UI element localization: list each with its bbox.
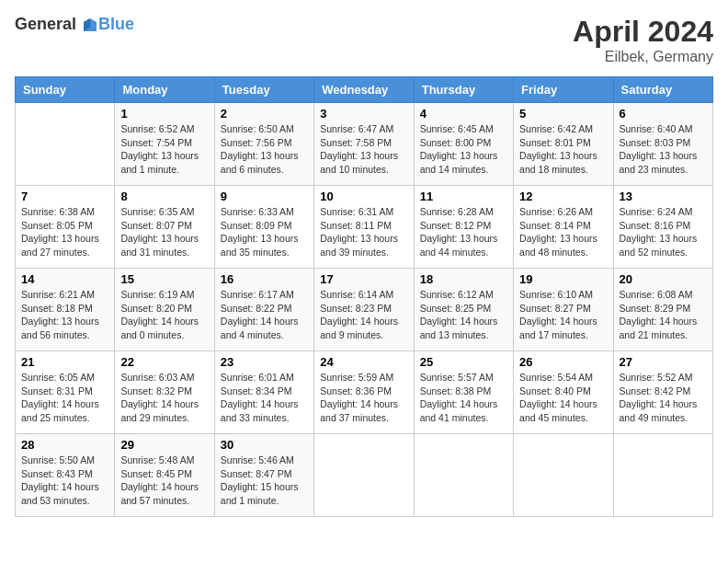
- week-row-2: 14Sunrise: 6:21 AMSunset: 8:18 PMDayligh…: [16, 269, 713, 351]
- calendar-cell: 5Sunrise: 6:42 AMSunset: 8:01 PMDaylight…: [514, 103, 613, 186]
- month-title: April 2024: [573, 15, 713, 49]
- day-number: 30: [221, 438, 308, 452]
- day-number: 28: [21, 438, 108, 452]
- day-number: 6: [620, 107, 707, 121]
- day-number: 17: [320, 272, 407, 286]
- calendar-cell: 4Sunrise: 6:45 AMSunset: 8:00 PMDaylight…: [414, 103, 513, 186]
- day-number: 29: [120, 438, 208, 452]
- day-number: 10: [320, 190, 407, 203]
- day-info: Sunrise: 6:52 AMSunset: 7:54 PMDaylight:…: [120, 122, 208, 177]
- day-info: Sunrise: 5:50 AMSunset: 8:43 PMDaylight:…: [21, 454, 108, 508]
- day-number: 1: [120, 107, 208, 121]
- day-info: Sunrise: 6:50 AMSunset: 7:56 PMDaylight:…: [221, 122, 308, 177]
- col-wednesday: Wednesday: [314, 77, 414, 103]
- calendar-cell: 19Sunrise: 6:10 AMSunset: 8:27 PMDayligh…: [514, 269, 613, 351]
- calendar-cell: [514, 434, 613, 517]
- calendar-cell: 7Sunrise: 6:38 AMSunset: 8:05 PMDaylight…: [16, 186, 115, 269]
- page-header: General Blue April 2024 Eilbek, Germany: [15, 15, 713, 65]
- calendar-cell: [613, 434, 712, 517]
- day-info: Sunrise: 6:42 AMSunset: 8:01 PMDaylight:…: [519, 122, 607, 177]
- day-info: Sunrise: 5:57 AMSunset: 8:38 PMDaylight:…: [420, 371, 507, 425]
- calendar-table: Sunday Monday Tuesday Wednesday Thursday…: [15, 76, 713, 517]
- day-info: Sunrise: 6:24 AMSunset: 8:16 PMDaylight:…: [620, 205, 707, 259]
- day-info: Sunrise: 5:54 AMSunset: 8:40 PMDaylight:…: [519, 371, 607, 425]
- day-number: 4: [420, 107, 507, 121]
- logo-icon: [78, 15, 98, 35]
- day-info: Sunrise: 6:08 AMSunset: 8:29 PMDaylight:…: [620, 288, 707, 342]
- day-info: Sunrise: 5:52 AMSunset: 8:42 PMDaylight:…: [620, 371, 707, 425]
- day-number: 15: [120, 272, 208, 286]
- logo: General Blue: [15, 15, 134, 35]
- calendar-cell: 2Sunrise: 6:50 AMSunset: 7:56 PMDaylight…: [214, 103, 313, 186]
- day-info: Sunrise: 6:05 AMSunset: 8:31 PMDaylight:…: [21, 371, 108, 425]
- day-number: 23: [221, 355, 308, 369]
- logo-text-line2: Blue: [98, 15, 134, 33]
- calendar-body: 1Sunrise: 6:52 AMSunset: 7:54 PMDaylight…: [16, 103, 713, 517]
- col-monday: Monday: [115, 77, 214, 103]
- calendar-cell: 14Sunrise: 6:21 AMSunset: 8:18 PMDayligh…: [16, 269, 115, 351]
- day-number: 14: [21, 272, 108, 286]
- day-number: 22: [120, 355, 208, 369]
- day-number: 16: [221, 272, 308, 286]
- day-number: 27: [620, 355, 707, 369]
- calendar-cell: 24Sunrise: 5:59 AMSunset: 8:36 PMDayligh…: [314, 351, 414, 434]
- day-info: Sunrise: 6:47 AMSunset: 7:58 PMDaylight:…: [320, 122, 407, 177]
- calendar-cell: 22Sunrise: 6:03 AMSunset: 8:32 PMDayligh…: [115, 351, 214, 434]
- calendar-cell: 28Sunrise: 5:50 AMSunset: 8:43 PMDayligh…: [16, 434, 115, 517]
- day-info: Sunrise: 6:33 AMSunset: 8:09 PMDaylight:…: [221, 205, 308, 259]
- calendar-cell: [314, 434, 414, 517]
- day-info: Sunrise: 6:10 AMSunset: 8:27 PMDaylight:…: [519, 288, 607, 342]
- calendar-cell: 12Sunrise: 6:26 AMSunset: 8:14 PMDayligh…: [514, 186, 613, 269]
- calendar-cell: 3Sunrise: 6:47 AMSunset: 7:58 PMDaylight…: [314, 103, 414, 186]
- calendar-cell: 10Sunrise: 6:31 AMSunset: 8:11 PMDayligh…: [314, 186, 414, 269]
- logo-text-line1: General: [15, 15, 76, 33]
- title-block: April 2024 Eilbek, Germany: [573, 15, 713, 65]
- calendar-cell: 21Sunrise: 6:05 AMSunset: 8:31 PMDayligh…: [16, 351, 115, 434]
- day-info: Sunrise: 6:19 AMSunset: 8:20 PMDaylight:…: [120, 288, 208, 342]
- day-info: Sunrise: 5:48 AMSunset: 8:45 PMDaylight:…: [120, 454, 208, 508]
- week-row-3: 21Sunrise: 6:05 AMSunset: 8:31 PMDayligh…: [16, 351, 713, 434]
- calendar-cell: 8Sunrise: 6:35 AMSunset: 8:07 PMDaylight…: [115, 186, 214, 269]
- day-info: Sunrise: 6:17 AMSunset: 8:22 PMDaylight:…: [221, 288, 308, 342]
- col-sunday: Sunday: [16, 77, 115, 103]
- day-number: 21: [21, 355, 108, 369]
- calendar-cell: 15Sunrise: 6:19 AMSunset: 8:20 PMDayligh…: [115, 269, 214, 351]
- col-friday: Friday: [514, 77, 613, 103]
- day-number: 7: [21, 190, 108, 203]
- day-number: 8: [120, 190, 208, 203]
- calendar-cell: 1Sunrise: 6:52 AMSunset: 7:54 PMDaylight…: [115, 103, 214, 186]
- day-number: 18: [420, 272, 507, 286]
- calendar-cell: 25Sunrise: 5:57 AMSunset: 8:38 PMDayligh…: [414, 351, 513, 434]
- calendar-cell: 17Sunrise: 6:14 AMSunset: 8:23 PMDayligh…: [314, 269, 414, 351]
- day-info: Sunrise: 6:28 AMSunset: 8:12 PMDaylight:…: [420, 205, 507, 259]
- day-number: 13: [620, 190, 707, 203]
- col-tuesday: Tuesday: [214, 77, 313, 103]
- calendar-cell: 30Sunrise: 5:46 AMSunset: 8:47 PMDayligh…: [214, 434, 313, 517]
- header-row: Sunday Monday Tuesday Wednesday Thursday…: [16, 77, 713, 103]
- day-number: 2: [221, 107, 308, 121]
- day-number: 5: [519, 107, 607, 121]
- calendar-cell: 27Sunrise: 5:52 AMSunset: 8:42 PMDayligh…: [613, 351, 712, 434]
- calendar-cell: 16Sunrise: 6:17 AMSunset: 8:22 PMDayligh…: [214, 269, 313, 351]
- calendar-cell: 13Sunrise: 6:24 AMSunset: 8:16 PMDayligh…: [613, 186, 712, 269]
- day-number: 25: [420, 355, 507, 369]
- col-thursday: Thursday: [414, 77, 513, 103]
- day-number: 20: [620, 272, 707, 286]
- day-info: Sunrise: 6:21 AMSunset: 8:18 PMDaylight:…: [21, 288, 108, 342]
- day-info: Sunrise: 5:59 AMSunset: 8:36 PMDaylight:…: [320, 371, 407, 425]
- week-row-4: 28Sunrise: 5:50 AMSunset: 8:43 PMDayligh…: [16, 434, 713, 517]
- day-info: Sunrise: 6:12 AMSunset: 8:25 PMDaylight:…: [420, 288, 507, 342]
- day-info: Sunrise: 6:14 AMSunset: 8:23 PMDaylight:…: [320, 288, 407, 342]
- day-number: 11: [420, 190, 507, 203]
- day-info: Sunrise: 5:46 AMSunset: 8:47 PMDaylight:…: [221, 454, 308, 508]
- day-info: Sunrise: 6:45 AMSunset: 8:00 PMDaylight:…: [420, 122, 507, 177]
- day-number: 26: [519, 355, 607, 369]
- week-row-1: 7Sunrise: 6:38 AMSunset: 8:05 PMDaylight…: [16, 186, 713, 269]
- day-number: 3: [320, 107, 407, 121]
- calendar-cell: 20Sunrise: 6:08 AMSunset: 8:29 PMDayligh…: [613, 269, 712, 351]
- week-row-0: 1Sunrise: 6:52 AMSunset: 7:54 PMDaylight…: [16, 103, 713, 186]
- day-info: Sunrise: 6:03 AMSunset: 8:32 PMDaylight:…: [120, 371, 208, 425]
- col-saturday: Saturday: [613, 77, 712, 103]
- calendar-cell: 29Sunrise: 5:48 AMSunset: 8:45 PMDayligh…: [115, 434, 214, 517]
- calendar-cell: 26Sunrise: 5:54 AMSunset: 8:40 PMDayligh…: [514, 351, 613, 434]
